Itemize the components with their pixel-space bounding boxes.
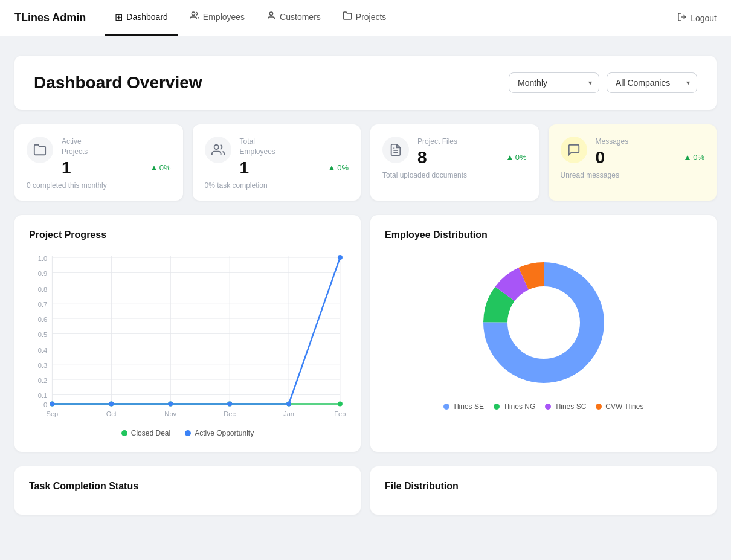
charts-row: Project Progress 1.0 0.9 0.8 0.7 0.6 0.5… [14, 215, 717, 452]
donut-chart-svg [471, 250, 616, 395]
nav-item-customers[interactable]: Customers [257, 0, 330, 36]
dashboard-title: Dashboard Overview [34, 73, 202, 92]
svg-text:0.2: 0.2 [38, 377, 47, 384]
svg-text:0.5: 0.5 [38, 331, 47, 338]
projects-icon [343, 11, 352, 23]
messages-stat-info: Messages 0 0% [596, 137, 705, 167]
svg-text:1.0: 1.0 [38, 255, 47, 262]
tlines-se-dot [443, 404, 449, 410]
stat-card-employees: TotalEmployees 1 0% 0% task completion [193, 124, 361, 201]
nav-item-employees[interactable]: Employees [180, 0, 254, 36]
nav-label-customers: Customers [280, 12, 321, 22]
projects-stat-change: 0% [150, 163, 171, 172]
svg-text:Oct: Oct [106, 410, 117, 417]
svg-point-3 [214, 145, 218, 149]
svg-point-41 [109, 401, 114, 406]
project-progress-title: Project Progress [29, 230, 346, 240]
donut-legend: Tlines SE Tlines NG Tlines SC CVW Tlines [443, 402, 644, 411]
tlines-ng-dot [494, 404, 500, 410]
employee-distribution-title: Employee Distribution [385, 230, 702, 240]
files-stat-value: 8 [417, 148, 427, 167]
files-stat-label: Project Files [417, 137, 527, 147]
messages-stat-icon [561, 137, 587, 163]
nav-label-projects: Projects [356, 12, 387, 22]
svg-text:0.1: 0.1 [38, 392, 47, 399]
messages-stat-label: Messages [596, 137, 705, 147]
task-completion-title: Task Completion Status [29, 481, 346, 492]
dashboard-icon: ⊞ [115, 11, 123, 23]
line-chart-area: 1.0 0.9 0.8 0.7 0.6 0.5 0.4 0.3 0.2 0.1 … [29, 250, 346, 438]
employees-stat-icon [205, 137, 231, 163]
svg-text:0: 0 [43, 401, 47, 408]
line-chart-svg: 1.0 0.9 0.8 0.7 0.6 0.5 0.4 0.3 0.2 0.1 … [29, 250, 346, 421]
legend-tlines-ng: Tlines NG [494, 402, 535, 411]
employees-icon [190, 11, 199, 23]
svg-point-1 [269, 12, 272, 15]
active-opp-dot [185, 430, 191, 436]
projects-stat-value: 1 [62, 158, 71, 178]
projects-stat-icon [27, 137, 53, 163]
header-controls: Monthly Weekly Daily Yearly All Companie… [509, 72, 697, 93]
task-completion-card: Task Completion Status [14, 466, 361, 515]
svg-text:0.9: 0.9 [38, 270, 47, 277]
stat-cards: ActiveProjects 1 0% 0 completed this mon… [14, 124, 717, 201]
svg-point-39 [338, 401, 343, 406]
projects-stat-info: ActiveProjects 1 0% [62, 137, 171, 178]
messages-stat-value: 0 [596, 148, 605, 167]
messages-stat-sub: Unread messages [561, 171, 705, 179]
nav-label-dashboard: Dashboard [126, 12, 168, 22]
legend-cvw-tlines: CVW Tlines [596, 402, 643, 411]
svg-text:0.7: 0.7 [38, 300, 47, 307]
tlines-se-label: Tlines SE [453, 402, 484, 411]
files-stat-sub: Total uploaded documents [382, 171, 527, 179]
svg-text:Sep: Sep [46, 410, 58, 417]
stat-card-messages: Messages 0 0% Unread messages [549, 124, 717, 201]
nav-links: ⊞ Dashboard Employees Customers Projects [105, 0, 677, 36]
svg-point-56 [514, 292, 574, 353]
file-distribution-title: File Distribution [385, 481, 702, 492]
files-stat-change: 0% [506, 153, 527, 162]
file-distribution-card: File Distribution [370, 466, 717, 515]
svg-text:0.3: 0.3 [38, 361, 47, 369]
tlines-sc-label: Tlines SC [555, 402, 586, 411]
files-stat-info: Project Files 8 0% [417, 137, 527, 167]
customers-icon [266, 11, 276, 23]
bottom-row: Task Completion Status File Distribution [14, 466, 717, 515]
nav-label-employees: Employees [203, 12, 245, 22]
legend-closed-deal: Closed Deal [121, 429, 170, 437]
employees-stat-change: 0% [328, 163, 349, 172]
tlines-ng-label: Tlines NG [503, 402, 535, 411]
employees-stat-value: 1 [240, 158, 250, 178]
cvw-tlines-label: CVW Tlines [605, 402, 643, 411]
svg-text:Feb: Feb [334, 410, 346, 417]
employees-stat-info: TotalEmployees 1 0% [240, 137, 349, 178]
cvw-tlines-dot [596, 404, 602, 410]
logout-label: Logout [691, 13, 717, 23]
nav-item-projects[interactable]: Projects [333, 0, 396, 36]
legend-active-opp: Active Opportunity [185, 429, 254, 437]
employees-stat-sub: 0% task completion [205, 181, 349, 190]
line-chart-legend: Closed Deal Active Opportunity [29, 429, 346, 437]
svg-point-43 [227, 401, 232, 406]
nav-item-dashboard[interactable]: ⊞ Dashboard [105, 0, 178, 36]
svg-point-45 [338, 255, 343, 260]
company-select[interactable]: All Companies Tlines SE Tlines NG Tlines… [607, 72, 697, 93]
messages-stat-change: 0% [684, 153, 704, 162]
svg-text:0.8: 0.8 [38, 285, 47, 292]
active-opp-label: Active Opportunity [195, 429, 254, 437]
projects-stat-label: ActiveProjects [62, 137, 171, 157]
navbar: TLines Admin ⊞ Dashboard Employees Custo… [0, 0, 731, 36]
closed-deal-dot [121, 430, 127, 436]
svg-point-44 [286, 401, 291, 406]
period-select[interactable]: Monthly Weekly Daily Yearly [509, 72, 599, 93]
legend-tlines-sc: Tlines SC [545, 402, 586, 411]
svg-point-42 [168, 401, 173, 406]
stat-card-files: Project Files 8 0% Total uploaded docume… [370, 124, 539, 201]
brand-logo: TLines Admin [14, 11, 86, 24]
header-card: Dashboard Overview Monthly Weekly Daily … [14, 56, 717, 110]
logout-button[interactable]: Logout [677, 12, 717, 24]
project-progress-card: Project Progress 1.0 0.9 0.8 0.7 0.6 0.5… [14, 215, 361, 452]
legend-tlines-se: Tlines SE [443, 402, 484, 411]
projects-stat-sub: 0 completed this monthly [27, 181, 171, 190]
employee-distribution-card: Employee Distribution [370, 215, 717, 452]
